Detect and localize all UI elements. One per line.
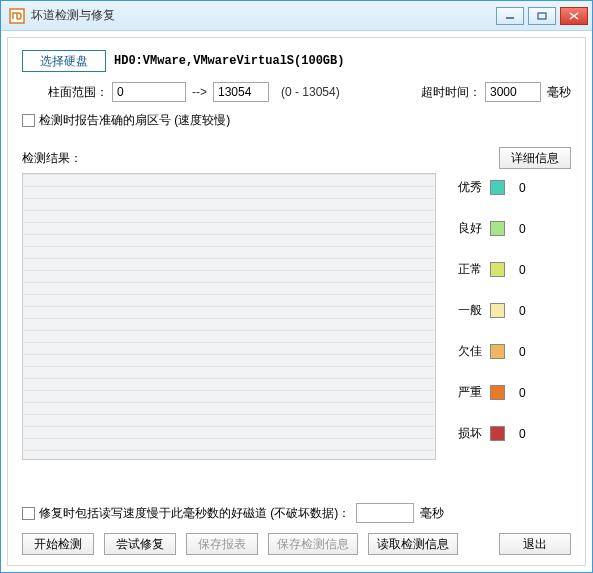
- accurate-sector-checkbox[interactable]: [22, 114, 35, 127]
- results-header-row: 检测结果： 详细信息: [22, 147, 571, 169]
- save-report-button[interactable]: 保存报表: [186, 533, 258, 555]
- legend-item-excellent: 优秀 0: [450, 179, 571, 196]
- legend-swatch: [490, 385, 505, 400]
- legend-label: 优秀: [450, 179, 482, 196]
- repair-slow-label: 修复时包括读写速度慢于此毫秒数的好磁道 (不破坏数据)：: [39, 505, 350, 522]
- close-button[interactable]: [560, 7, 588, 25]
- legend-count: 0: [519, 304, 531, 318]
- accurate-sector-label: 检测时报告准确的扇区号 (速度较慢): [39, 112, 230, 129]
- read-detect-info-button[interactable]: 读取检测信息: [368, 533, 458, 555]
- disk-row: 选择硬盘 HD0:VMware,VMwareVirtualS(100GB): [22, 50, 571, 72]
- legend-label: 一般: [450, 302, 482, 319]
- repair-option-row: 修复时包括读写速度慢于此毫秒数的好磁道 (不破坏数据)： 毫秒: [22, 503, 571, 523]
- cylinder-to-input[interactable]: [213, 82, 269, 102]
- start-detect-button[interactable]: 开始检测: [22, 533, 94, 555]
- repair-slow-ms-input[interactable]: [356, 503, 414, 523]
- legend-swatch: [490, 262, 505, 277]
- timeout-unit: 毫秒: [547, 84, 571, 101]
- repair-slow-unit: 毫秒: [420, 505, 444, 522]
- legend-label: 正常: [450, 261, 482, 278]
- legend-count: 0: [519, 345, 531, 359]
- legend-item-poor: 欠佳 0: [450, 343, 571, 360]
- app-icon: [9, 8, 25, 24]
- arrow-separator: -->: [192, 85, 207, 99]
- legend-count: 0: [519, 222, 531, 236]
- exit-button[interactable]: 退出: [499, 533, 571, 555]
- legend-label: 欠佳: [450, 343, 482, 360]
- cylinder-from-input[interactable]: [112, 82, 186, 102]
- legend-count: 0: [519, 181, 531, 195]
- maximize-button[interactable]: [528, 7, 556, 25]
- cylinder-hint: (0 - 13054): [281, 85, 340, 99]
- window-controls: [496, 7, 588, 25]
- legend-count: 0: [519, 263, 531, 277]
- minimize-button[interactable]: [496, 7, 524, 25]
- titlebar: 坏道检测与修复: [1, 1, 592, 31]
- legend-item-normal: 正常 0: [450, 261, 571, 278]
- svg-rect-2: [538, 13, 546, 19]
- legend-swatch: [490, 426, 505, 441]
- legend-item-fair: 一般 0: [450, 302, 571, 319]
- select-disk-button[interactable]: 选择硬盘: [22, 50, 106, 72]
- main-area: 优秀 0 良好 0 正常 0 一般 0: [22, 173, 571, 460]
- legend-label: 严重: [450, 384, 482, 401]
- results-label: 检测结果：: [22, 150, 499, 167]
- legend-swatch: [490, 303, 505, 318]
- sector-grid: [22, 173, 436, 460]
- legend-label: 良好: [450, 220, 482, 237]
- bottom-section: 修复时包括读写速度慢于此毫秒数的好磁道 (不破坏数据)： 毫秒 开始检测 尝试修…: [22, 503, 571, 555]
- legend-count: 0: [519, 386, 531, 400]
- legend-item-damaged: 损坏 0: [450, 425, 571, 442]
- legend-count: 0: [519, 427, 531, 441]
- window-frame: 坏道检测与修复 选择硬盘 HD0:VMware,VMwareVirtualS(1…: [0, 0, 593, 573]
- repair-slow-checkbox[interactable]: [22, 507, 35, 520]
- legend-item-severe: 严重 0: [450, 384, 571, 401]
- detail-button[interactable]: 详细信息: [499, 147, 571, 169]
- legend-swatch: [490, 221, 505, 236]
- legend-label: 损坏: [450, 425, 482, 442]
- range-row: 柱面范围： --> (0 - 13054) 超时时间： 毫秒: [22, 82, 571, 102]
- legend-item-good: 良好 0: [450, 220, 571, 237]
- legend-swatch: [490, 344, 505, 359]
- timeout-input[interactable]: [485, 82, 541, 102]
- window-title: 坏道检测与修复: [31, 7, 496, 24]
- cylinder-range-label: 柱面范围：: [48, 84, 108, 101]
- try-repair-button[interactable]: 尝试修复: [104, 533, 176, 555]
- save-detect-info-button[interactable]: 保存检测信息: [268, 533, 358, 555]
- button-row: 开始检测 尝试修复 保存报表 保存检测信息 读取检测信息 退出: [22, 533, 571, 555]
- legend-swatch: [490, 180, 505, 195]
- disk-name-label: HD0:VMware,VMwareVirtualS(100GB): [114, 54, 571, 68]
- client-area: 选择硬盘 HD0:VMware,VMwareVirtualS(100GB) 柱面…: [7, 37, 586, 566]
- timeout-label: 超时时间：: [421, 84, 481, 101]
- legend: 优秀 0 良好 0 正常 0 一般 0: [450, 173, 571, 460]
- accurate-option-row: 检测时报告准确的扇区号 (速度较慢): [22, 112, 571, 129]
